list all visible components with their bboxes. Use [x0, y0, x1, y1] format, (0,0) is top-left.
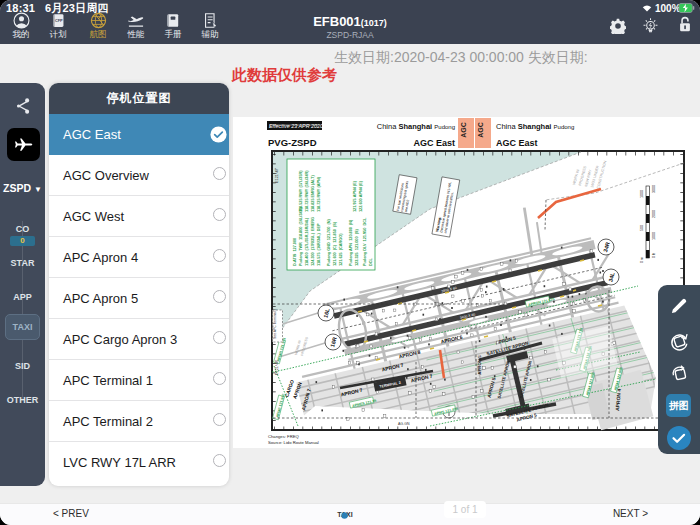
svg-text:118.575 (16R/34L) DEP: 118.575 (16R/34L) DEP [317, 223, 321, 266]
svg-text:PVG-ZSPD: PVG-ZSPD [268, 137, 317, 148]
svg-text:1000: 1000 [652, 232, 656, 240]
svg-text:AGC East: AGC East [413, 138, 455, 148]
svg-text:E121°47': E121°47' [275, 167, 279, 183]
svg-text:118.725 RWY (APN): 118.725 RWY (APN) [317, 176, 321, 212]
svg-text:DCL: DCL [369, 258, 373, 266]
svg-text:0 m: 0 m [640, 257, 644, 263]
svg-text:D-ATIS 127.000: D-ATIS 127.000 [293, 238, 297, 266]
svg-text:123.325 121.000 (S): 123.325 121.000 (S) [355, 229, 359, 266]
svg-text:AGC East: AGC East [496, 138, 538, 148]
svg-text:121.625 (CARGO): 121.625 (CARGO) [339, 233, 343, 266]
svg-text:Source: Lido Route Manual: Source: Lido Route Manual [268, 440, 319, 445]
svg-text:AG-GN: AG-GN [398, 422, 410, 426]
svg-text:124.300 (17R/35L) EMERG: 124.300 (17R/35L) EMERG [311, 217, 315, 266]
svg-text:China Shanghai Pudong: China Shanghai Pudong [496, 122, 574, 131]
svg-text:1000: 1000 [640, 190, 644, 198]
svg-text:AGC: AGC [477, 122, 484, 138]
svg-text:118.525 RWY (17L/35R): 118.525 RWY (17L/35R) [299, 170, 303, 212]
svg-text:See APC Terminal 2: See APC Terminal 2 [273, 309, 277, 339]
svg-text:Pudong APN 120.800 (N): Pudong APN 120.800 (N) [349, 219, 353, 266]
svg-text:APRON 5: APRON 5 [477, 355, 482, 375]
svg-text:118.400 (17L/35R,16R/34L): 118.400 (17L/35R,16R/34L) [305, 217, 309, 266]
svg-text:122.600 APN4 (E): 122.600 APN4 (E) [359, 180, 363, 212]
svg-text:E121°48': E121°48' [275, 359, 279, 375]
svg-text:3000: 3000 [652, 185, 656, 193]
svg-text:Pudong TWR 118.800 (16L/34R): Pudong TWR 118.800 (16L/34R) [299, 207, 303, 266]
svg-text:China Shanghai Pudong: China Shanghai Pudong [377, 122, 455, 131]
svg-text:Pudong GND 121.700 (N): Pudong GND 121.700 (N) [327, 218, 331, 266]
svg-text:118.825 EMRG (ALT): 118.825 EMRG (ALT) [311, 175, 315, 212]
svg-text:Pudong DLV 121.950 DCL: Pudong DLV 121.950 DCL [363, 217, 367, 266]
svg-text:121.975 APN4 (E): 121.975 APN4 (E) [353, 180, 357, 212]
svg-text:Effective 23 APR 2020: Effective 23 APR 2020 [269, 123, 323, 129]
svg-text:0 ft: 0 ft [652, 253, 656, 258]
svg-text:Changes: FREQ: Changes: FREQ [268, 434, 299, 439]
svg-text:118.725 RWY (16L/34R): 118.725 RWY (16L/34R) [305, 170, 309, 212]
svg-text:AGC: AGC [460, 122, 467, 138]
svg-text:500: 500 [640, 225, 644, 231]
svg-text:121.600 (C) 121.850 (S): 121.600 (C) 121.850 (S) [333, 221, 337, 266]
svg-text:CFP: CFP [54, 18, 62, 23]
svg-text:2000: 2000 [652, 210, 656, 218]
